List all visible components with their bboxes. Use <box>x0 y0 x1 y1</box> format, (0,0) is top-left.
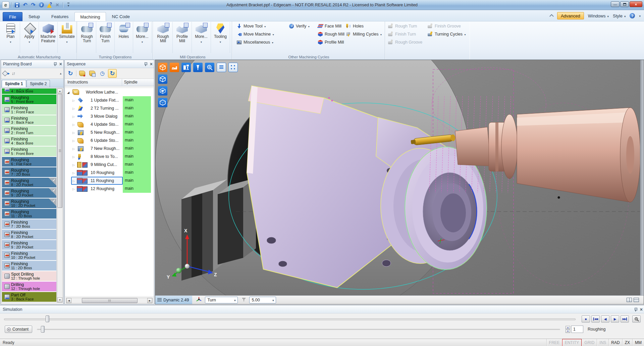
planning-operation[interactable]: Finishing 5 : Front Bore <box>2 147 56 156</box>
expand-arrow-icon[interactable] <box>72 170 76 175</box>
ribbon-small-button[interactable]: Holes <box>344 22 383 30</box>
play-button[interactable] <box>611 315 619 323</box>
status-toggle[interactable]: ENTITY <box>562 339 582 346</box>
planning-operation[interactable]: Roughing 4 : Back Bore <box>2 88 56 94</box>
close-button[interactable]: × <box>630 1 642 7</box>
ribbon-big-button[interactable]: Machine Feature <box>39 22 58 53</box>
planning-operation[interactable]: Drilling 12 : Through hole <box>2 282 56 291</box>
help-icon[interactable]: ? <box>630 13 635 18</box>
ribbon-small-button[interactable]: Rough Mill <box>316 30 346 38</box>
spin-up-icon[interactable] <box>566 326 570 329</box>
ribbon-small-button[interactable]: Milling Cycles <box>344 30 383 38</box>
pin-icon[interactable] <box>634 307 637 311</box>
sequence-instruction-row[interactable]: 1 Update Fixt... main <box>65 96 154 104</box>
ribbon-big-button[interactable]: Profile Mill <box>173 22 192 53</box>
scroll-up-icon[interactable] <box>57 89 62 94</box>
info-icon[interactable]: i <box>38 2 45 8</box>
zoom-icon[interactable] <box>205 63 214 72</box>
simulation-speed-slider[interactable] <box>37 329 560 330</box>
collapse-arrow-icon[interactable] <box>67 90 70 95</box>
planning-operation[interactable]: Roughing 11 : 2D Boss <box>2 209 56 219</box>
planning-scrollbar[interactable] <box>57 88 63 303</box>
ribbon-big-button[interactable]: More... <box>192 22 211 53</box>
expand-arrow-icon[interactable] <box>72 98 76 103</box>
reorder-icon[interactable] <box>12 71 15 76</box>
sequence-root-row[interactable]: NC Workflow Lathe... <box>65 88 154 96</box>
sequence-instruction-row[interactable]: 4 Update Sto... main <box>65 120 154 128</box>
skip-to-end-button[interactable] <box>621 315 629 323</box>
sequence-instruction-row[interactable]: 2 T2 Turning ... main <box>65 104 154 112</box>
slider-thumb[interactable] <box>46 315 49 322</box>
view-list-icon[interactable] <box>217 63 226 72</box>
split-view-icon[interactable] <box>627 298 632 302</box>
column-spindle[interactable]: Spindle <box>122 79 154 86</box>
planning-operation[interactable]: Finishing 3 : Back Face <box>2 115 56 125</box>
chevron-down-icon[interactable] <box>639 13 641 18</box>
planning-operation[interactable]: Finishing 8 : 2D Pocket <box>2 230 56 239</box>
datum-grid-icon[interactable] <box>228 63 238 72</box>
planning-operation[interactable]: Spot Drilling 12 : Through hole <box>2 271 56 281</box>
ribbon-small-button[interactable]: Finish Groove <box>426 22 468 30</box>
graphics-viewport[interactable]: X Y Z <box>155 60 644 304</box>
ribbon-tab[interactable]: Machining <box>74 12 106 21</box>
expand-arrow-icon[interactable] <box>72 154 76 159</box>
planning-operation[interactable]: Roughing 5 : Front Bore <box>2 95 56 104</box>
fixtures-icon[interactable] <box>170 63 179 72</box>
sequence-instruction-row[interactable]: 10 Roughing main <box>65 169 154 177</box>
environment-select[interactable]: Turn <box>205 297 238 303</box>
windows-menu[interactable]: Windows <box>588 13 609 18</box>
ribbon-small-button[interactable]: Profile Mill <box>316 38 346 46</box>
sequence-instruction-row[interactable]: 6 Update Sto... main <box>65 136 154 145</box>
stop-button[interactable] <box>582 315 590 323</box>
ribbon-small-button[interactable]: Turning Cycles <box>426 30 468 38</box>
ribbon-big-button[interactable]: Plan <box>1 22 20 53</box>
ribbon-big-button[interactable]: Finish Turn <box>96 22 115 53</box>
examine-icon[interactable] <box>632 315 641 323</box>
planning-operation[interactable]: Roughing 6 : Flat Face <box>2 157 56 167</box>
column-instructions[interactable]: Instructions <box>65 79 122 86</box>
expand-arrow-icon[interactable] <box>72 106 76 111</box>
scroll-left-icon[interactable] <box>66 298 71 303</box>
expand-arrow-icon[interactable] <box>72 138 76 143</box>
pin-icon[interactable] <box>144 62 147 66</box>
planning-operation[interactable]: Finishing 4 : Back Bore <box>2 136 56 146</box>
speed-mode-button[interactable]: Constant <box>5 326 32 333</box>
ribbon-small-button[interactable]: Face Mill <box>316 22 346 30</box>
ribbon-big-button[interactable]: Rough Mill <box>154 22 173 53</box>
planning-operation[interactable]: Finishing 10 : 2D Pocket <box>2 250 56 260</box>
pin-icon[interactable] <box>54 62 57 66</box>
view-mode-chip[interactable]: Dynamic 2.49 <box>155 296 192 304</box>
scrollbar-thumb[interactable] <box>57 94 62 208</box>
step-value-field[interactable]: 1 <box>571 326 583 333</box>
spin-down-icon[interactable] <box>566 330 570 333</box>
expand-arrow-icon[interactable] <box>72 130 76 135</box>
close-icon[interactable] <box>59 61 62 67</box>
delete-icon[interactable] <box>54 2 61 8</box>
status-toggle[interactable]: FREE <box>546 339 562 346</box>
auto-update-toggle-icon[interactable] <box>108 69 117 78</box>
status-toggle[interactable]: GRID <box>582 339 597 346</box>
sequence-instruction-row[interactable]: 8 Move to To... main <box>65 153 154 161</box>
planning-operation[interactable]: Finishing 7 : 2D Boss <box>2 219 56 229</box>
sequence-instruction-row[interactable]: 5 New Rough... main <box>65 128 154 136</box>
scroll-right-icon[interactable] <box>147 298 152 303</box>
planning-operation[interactable]: Finishing 9 : 2D Pocket <box>2 240 56 250</box>
ribbon-big-button[interactable]: Rough Turn <box>78 22 96 53</box>
planning-operation[interactable]: Finishing 1 : Front Face <box>2 105 56 115</box>
regenerate-icon[interactable] <box>66 69 75 78</box>
ribbon-big-button[interactable]: Tooling <box>211 22 230 53</box>
ribbon-small-button[interactable]: Miscellaneous <box>235 38 276 46</box>
edgecam-logo-icon[interactable]: e <box>2 1 9 9</box>
advanced-mode-button[interactable]: Advanced <box>557 12 584 19</box>
redo-icon[interactable] <box>30 2 37 8</box>
ribbon-small-button[interactable]: Rough Groove <box>386 38 424 46</box>
minimize-button[interactable]: — <box>611 1 620 7</box>
status-toggle[interactable]: MM <box>632 339 644 346</box>
maximize-button[interactable] <box>620 1 629 7</box>
ribbon-tab[interactable]: NC Code <box>107 12 135 21</box>
expand-arrow-icon[interactable] <box>72 146 76 151</box>
ribbon-big-button[interactable]: More... <box>133 22 152 53</box>
undo-icon[interactable] <box>22 2 29 8</box>
ribbon-small-button[interactable]: Move Tool <box>235 22 276 30</box>
planning-operation[interactable]: Finishing 11 : 2D Boss <box>2 261 56 271</box>
